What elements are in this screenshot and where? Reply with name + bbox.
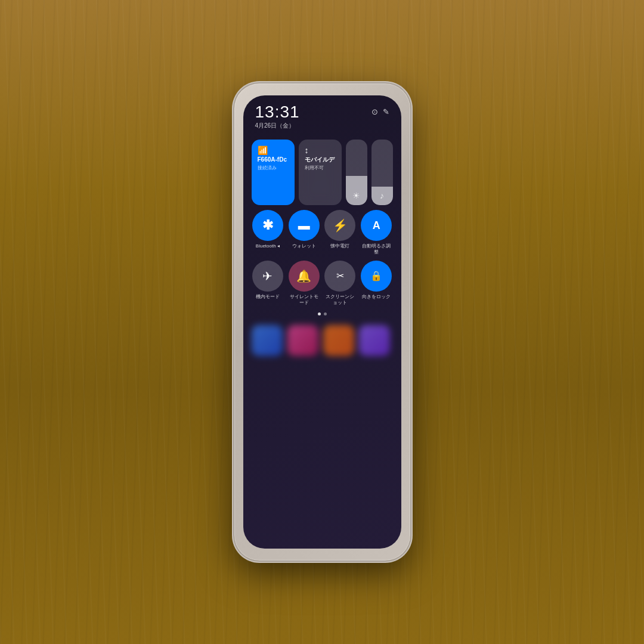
- bluetooth-icon: ✱: [262, 218, 273, 233]
- flashlight-wrap: ⚡ 懐中電灯: [324, 210, 355, 256]
- wallet-wrap: ▬ ウォレット: [289, 210, 320, 256]
- silent-button[interactable]: 🔔: [289, 261, 320, 292]
- time-block: 13:31 4月26日（金）: [255, 104, 300, 130]
- flashlight-icon: ⚡: [333, 218, 348, 233]
- bluetooth-button[interactable]: ✱: [252, 210, 283, 241]
- screenshot-icon: ✂: [336, 270, 344, 281]
- rotation-lock-label: 向きをロック: [362, 294, 391, 300]
- wifi-tile[interactable]: 📶 F660A-fDc 接続済み: [252, 140, 295, 205]
- auto-brightness-label: 自動明るさ調整: [360, 243, 392, 256]
- camera-icon: ⊙: [371, 107, 378, 116]
- bluetooth-wrap: ✱ Bluetooth ◂: [252, 210, 283, 256]
- wifi-name: F660A-fDc: [258, 156, 289, 163]
- app-blur-3: [323, 325, 354, 356]
- auto-brightness-wrap: A 自動明るさ調整: [360, 210, 392, 256]
- volume-icon: ♪: [380, 191, 384, 200]
- silent-icon: 🔔: [296, 269, 311, 283]
- app-blur-4: [359, 325, 390, 356]
- airplane-wrap: ✈ 機内モード: [252, 261, 283, 306]
- silent-label: サイレントモード: [288, 294, 320, 306]
- auto-brightness-icon: A: [373, 219, 380, 232]
- brightness-icon: ☀: [352, 191, 360, 200]
- wifi-icon: 📶: [258, 145, 268, 155]
- app-blur-1: [252, 325, 283, 356]
- control-row-1: ✱ Bluetooth ◂ ▬ ウォレット ⚡ 懐: [252, 210, 393, 256]
- auto-brightness-button[interactable]: A: [361, 210, 392, 241]
- flashlight-label: 懐中電灯: [330, 243, 349, 249]
- mobile-name: モバイルデ: [305, 156, 336, 163]
- app-blur-2: [287, 325, 318, 356]
- edit-icon: ✎: [383, 107, 389, 116]
- status-icons: ⊙ ✎: [371, 104, 389, 116]
- brightness-slider[interactable]: ☀: [346, 140, 367, 205]
- phone-shell: 13:31 4月26日（金） ⊙ ✎ 📶 F660A: [234, 83, 410, 561]
- pagination-dots: [252, 312, 393, 315]
- silent-wrap: 🔔 サイレントモード: [288, 261, 320, 306]
- volume-slider[interactable]: ♪: [371, 140, 393, 205]
- signal-icon: ↕: [305, 145, 309, 155]
- bottom-apps-blur: [243, 325, 401, 373]
- airplane-label: 機内モード: [256, 294, 280, 300]
- mobile-tile[interactable]: ↕ モバイルデ 利用不可: [299, 140, 342, 205]
- screenshot-button[interactable]: ✂: [324, 261, 355, 292]
- mobile-status: 利用不可: [305, 165, 336, 171]
- date: 4月26日（金）: [255, 122, 295, 130]
- rotation-lock-button[interactable]: 🔒: [361, 261, 392, 292]
- airplane-icon: ✈: [262, 269, 273, 283]
- flashlight-button[interactable]: ⚡: [324, 210, 355, 241]
- screenshot-wrap: ✂ スクリーンショット: [324, 261, 356, 306]
- wallet-label: ウォレット: [292, 243, 316, 249]
- bluetooth-label: Bluetooth ◂: [256, 243, 280, 249]
- rotation-lock-icon: 🔒: [370, 270, 382, 281]
- control-row-2: ✈ 機内モード 🔔 サイレントモード ✂ スクリ: [252, 261, 393, 306]
- screenshot-label: スクリーンショット: [324, 294, 356, 306]
- phone-wrapper: 13:31 4月26日（金） ⊙ ✎ 📶 F660A: [230, 78, 414, 566]
- clock: 13:31: [255, 104, 300, 120]
- rotation-lock-wrap: 🔒 向きをロック: [361, 261, 392, 306]
- dot-2: [324, 312, 327, 315]
- control-center: 📶 F660A-fDc 接続済み ↕ モバイルデ 利用不可: [243, 135, 401, 321]
- dot-1: [318, 312, 321, 315]
- wifi-status: 接続済み: [258, 165, 289, 171]
- wallet-button[interactable]: ▬: [289, 210, 320, 241]
- wallet-icon: ▬: [298, 219, 310, 233]
- phone-screen: 13:31 4月26日（金） ⊙ ✎ 📶 F660A: [243, 95, 401, 549]
- airplane-button[interactable]: ✈: [252, 261, 283, 292]
- status-bar: 13:31 4月26日（金） ⊙ ✎: [243, 95, 401, 135]
